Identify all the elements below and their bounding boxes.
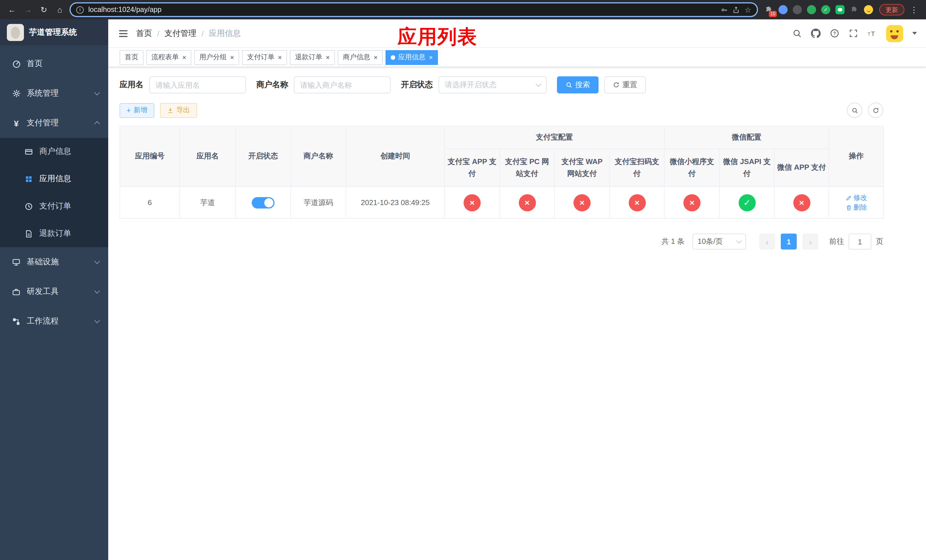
sidebar-item-infra[interactable]: 基础设施 [0, 247, 108, 277]
chevron-down-icon [94, 318, 100, 323]
extension-check-icon[interactable]: ✓ [821, 5, 830, 14]
tab-close-icon[interactable]: × [182, 54, 186, 61]
tab-close-icon[interactable]: × [230, 54, 234, 61]
app-id-cell: 6 [120, 186, 180, 218]
search-button[interactable]: 搜索 [557, 76, 599, 94]
sidebar-item-label: 基础设施 [27, 257, 95, 267]
config-cell: × [554, 186, 610, 218]
edit-button[interactable]: 修改 [846, 193, 867, 203]
page-content: 应用名 商户名称 开启状态 请选择开启状态 [108, 67, 926, 560]
github-icon[interactable] [811, 29, 821, 38]
password-key-icon[interactable] [721, 6, 728, 14]
config-disabled-icon: × [464, 194, 481, 211]
column-header: 微信小程序支付 [664, 149, 720, 186]
site-info-icon[interactable]: i [76, 6, 84, 14]
prev-page-button[interactable]: ‹ [759, 233, 775, 250]
pagination: 共 1 条 10条/页 ‹ 1 › 前往 页 [120, 233, 883, 250]
sidebar-item-devtools[interactable]: 研发工具 [0, 277, 108, 306]
tab-close-icon[interactable]: × [374, 54, 378, 61]
svg-text:?: ? [833, 31, 836, 36]
tab-label: 支付订单 [247, 52, 274, 62]
search-icon[interactable] [792, 29, 802, 38]
breadcrumb-item[interactable]: 支付管理 [165, 28, 197, 38]
tab-item[interactable]: 支付订单× [242, 50, 287, 65]
next-page-button[interactable]: › [802, 233, 819, 250]
column-header: 创建时间 [346, 126, 445, 186]
config-disabled-icon: × [519, 194, 536, 211]
column-header-actions: 操作 [829, 126, 884, 186]
chevron-up-icon [94, 121, 100, 127]
sidebar-subitem-pay-order[interactable]: 支付订单 [0, 192, 108, 220]
extensions-puzzle-icon[interactable]: 10 [764, 5, 773, 14]
user-menu-caret-icon[interactable] [912, 32, 917, 35]
tab-close-icon[interactable]: × [326, 54, 330, 61]
current-page[interactable]: 1 [781, 233, 797, 250]
extension-pin-icon[interactable] [779, 5, 788, 14]
enabled-switch[interactable] [252, 197, 274, 208]
font-size-icon[interactable]: TT [867, 29, 877, 38]
tab-item[interactable]: 首页 [120, 50, 144, 65]
address-bar[interactable]: i localhost:1024/pay/app ☆ [70, 2, 758, 17]
sidebar-subitem-merchant-info[interactable]: 商户信息 [0, 138, 108, 165]
app-name-input[interactable] [149, 76, 246, 94]
svg-text:T: T [868, 32, 870, 36]
status-select[interactable]: 请选择开启状态 [439, 76, 547, 94]
sidebar-toggle-icon[interactable] [108, 30, 136, 37]
workflow-icon [11, 316, 21, 326]
tab-item[interactable]: 用户分组× [194, 50, 239, 65]
reload-icon[interactable]: ↻ [38, 3, 50, 16]
page-size-select[interactable]: 10条/页 [693, 233, 746, 250]
yen-icon: ¥ [11, 118, 21, 128]
tab-item[interactable]: 流程表单× [146, 50, 191, 65]
extension-emoji-icon[interactable] [864, 5, 873, 14]
card-icon [24, 147, 33, 156]
tab-item[interactable]: 商户信息× [338, 50, 383, 65]
refresh-icon[interactable] [868, 103, 883, 118]
help-icon[interactable]: ? [830, 29, 840, 38]
config-disabled-icon: × [628, 194, 646, 211]
extension-chat-icon[interactable] [835, 5, 844, 14]
breadcrumb-separator: / [157, 29, 159, 38]
toggle-search-icon[interactable] [847, 103, 862, 118]
screen: ← → ↻ ⌂ i localhost:1024/pay/app ☆ 10 ✓ [0, 0, 926, 560]
sidebar-item-payment[interactable]: ¥支付管理 [0, 108, 108, 138]
app-title: 芋道管理系统 [29, 27, 77, 38]
breadcrumb-item[interactable]: 首页 [136, 28, 152, 38]
back-icon[interactable]: ← [6, 3, 18, 16]
bookmark-star-icon[interactable]: ☆ [744, 5, 751, 14]
browser-update-button[interactable]: 更新 [879, 4, 904, 15]
extension-avatar-icon[interactable] [807, 5, 816, 14]
dashboard-icon [11, 59, 21, 69]
tools-icon [11, 287, 21, 297]
extension-puzzle2-icon[interactable] [850, 5, 859, 14]
add-button[interactable]: + 新增 [120, 103, 154, 118]
delete-button[interactable]: 删除 [846, 203, 867, 212]
reset-button[interactable]: 重置 [604, 76, 646, 94]
tabs-bar: 首页流程表单×用户分组×支付订单×退款订单×商户信息×应用信息× [108, 48, 926, 67]
grid-icon [24, 174, 33, 184]
goto-page-input[interactable] [849, 233, 872, 250]
sidebar-item-home[interactable]: 首页 [0, 49, 108, 79]
sidebar-subitem-app-info[interactable]: 应用信息 [0, 165, 108, 192]
tab-close-icon[interactable]: × [278, 54, 282, 61]
app-logo-row[interactable]: 芋道管理系统 [0, 20, 108, 45]
extension-dark-icon[interactable] [793, 5, 802, 14]
apps-table: 应用编号应用名开启状态商户名称创建时间支付宝配置微信配置操作支付宝 APP 支付… [120, 126, 883, 219]
tab-close-icon[interactable]: × [429, 54, 433, 61]
browser-menu-icon[interactable]: ⋮ [908, 3, 920, 16]
add-button-label: 新增 [133, 105, 147, 115]
breadcrumb-separator: / [201, 29, 204, 38]
share-icon[interactable] [733, 6, 740, 14]
home-icon[interactable]: ⌂ [53, 3, 66, 16]
sidebar-item-workflow[interactable]: 工作流程 [0, 306, 108, 336]
fullscreen-icon[interactable] [849, 29, 858, 38]
tab-active[interactable]: 应用信息× [386, 50, 438, 65]
tab-item[interactable]: 退款订单× [290, 50, 335, 65]
merchant-name-input[interactable] [294, 76, 391, 94]
user-avatar[interactable] [886, 25, 903, 42]
export-button[interactable]: 导出 [160, 103, 197, 118]
sidebar-subitem-refund-order[interactable]: 退款订单 [0, 220, 108, 247]
forward-icon[interactable]: → [22, 3, 34, 16]
chevron-down-icon [736, 238, 742, 244]
sidebar-item-system[interactable]: 系统管理 [0, 79, 108, 108]
